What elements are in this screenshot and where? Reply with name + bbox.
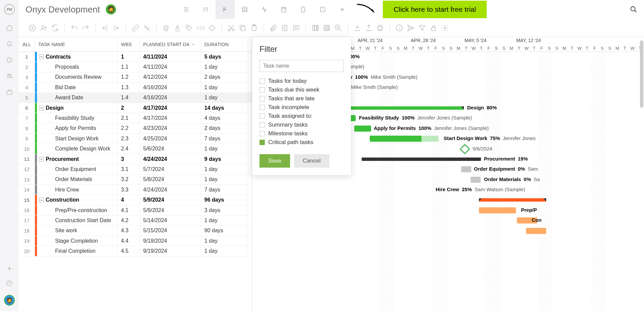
checkbox-icon[interactable]: [259, 87, 265, 93]
import-icon[interactable]: [353, 24, 361, 32]
zoom-icon[interactable]: [334, 24, 342, 32]
comment-icon[interactable]: [292, 24, 300, 32]
checkbox-icon[interactable]: [259, 131, 265, 136]
numbering-icon[interactable]: 123: [196, 25, 205, 31]
task-row[interactable]: 17 Construction Start Date 4.2 5/14/2024…: [19, 215, 252, 226]
gantt-task-bar[interactable]: [370, 136, 439, 142]
gantt-summary-bar[interactable]: [479, 198, 546, 202]
gantt-task-bar[interactable]: [471, 177, 481, 183]
view-list-icon[interactable]: [176, 0, 196, 19]
send-icon[interactable]: [407, 24, 415, 32]
view-add-icon[interactable]: [332, 0, 352, 19]
task-row[interactable]: 4 Bid Date 1.3 4/16/2024 1 day: [19, 82, 252, 93]
add-task-icon[interactable]: [28, 24, 36, 32]
cut-icon[interactable]: [227, 24, 235, 32]
gantt-task-bar[interactable]: [362, 187, 432, 193]
project-avatar[interactable]: 🧔: [106, 4, 116, 14]
checkbox-icon[interactable]: [259, 113, 265, 119]
text-color-icon[interactable]: [173, 24, 182, 32]
attachment-icon[interactable]: [269, 24, 277, 32]
note-icon[interactable]: [281, 24, 289, 32]
assign-icon[interactable]: [40, 24, 48, 32]
print-icon[interactable]: [376, 24, 384, 32]
start-trial-button[interactable]: Click here to start free trial: [383, 1, 487, 18]
app-logo[interactable]: PM: [4, 4, 15, 15]
view-risk-icon[interactable]: [313, 0, 332, 19]
task-row[interactable]: 20 Final Completion 4.5 9/19/2024 1 day: [19, 246, 252, 256]
view-activity-icon[interactable]: [254, 0, 274, 19]
checkbox-icon[interactable]: [259, 78, 265, 84]
columns-icon[interactable]: [311, 24, 319, 32]
delete-icon[interactable]: [162, 24, 170, 32]
filter-option[interactable]: Critical path tasks: [259, 138, 344, 147]
checkbox-icon[interactable]: [259, 105, 265, 110]
task-row[interactable]: 10 Complete Design Work 2.4 5/6/2024 1 d…: [19, 144, 252, 154]
task-row[interactable]: 6 −Design 2 4/17/2024 14 days: [19, 103, 252, 113]
task-row[interactable]: 14 Hire Crew 3.3 4/24/2024 7 days: [19, 185, 252, 195]
task-row[interactable]: 15 −Construction 4 5/9/2024 96 days: [19, 195, 252, 205]
col-wbs[interactable]: WBS: [118, 37, 140, 51]
gantt-task-bar[interactable]: [461, 166, 471, 172]
collapse-toggle-icon[interactable]: −: [39, 55, 44, 59]
view-sheet-icon[interactable]: [235, 0, 254, 19]
view-calendar-icon[interactable]: [274, 0, 293, 19]
indent-icon[interactable]: [112, 24, 120, 32]
filter-option[interactable]: Tasks that are late: [259, 94, 344, 103]
export-icon[interactable]: [365, 24, 373, 32]
view-board-icon[interactable]: [196, 0, 215, 19]
task-row[interactable]: 5 Award Date 1.4 4/16/2024 1 day: [19, 93, 252, 103]
lock-icon[interactable]: [430, 24, 438, 32]
people-icon[interactable]: [6, 73, 13, 79]
task-row[interactable]: 1 −Contracts 1 4/11/2024 5 days: [19, 52, 252, 62]
task-row[interactable]: 19 Stage Completion 4.4 9/18/2024 1 day: [19, 236, 252, 246]
view-file-icon[interactable]: [293, 0, 313, 19]
refresh-icon[interactable]: [51, 24, 59, 32]
gantt-task-bar[interactable]: [479, 207, 516, 213]
col-duration[interactable]: DURATION: [201, 37, 248, 51]
task-row[interactable]: 8 Apply for Permits 2.2 4/23/2024 2 days: [19, 124, 252, 134]
filter-icon[interactable]: [418, 24, 426, 32]
task-row[interactable]: 9 Start Design Work 2.3 4/25/2024 7 days: [19, 134, 252, 144]
task-row[interactable]: 3 Documents Review 1.2 4/12/2024 2 days: [19, 72, 252, 82]
task-row[interactable]: 16 Prep/Pre-construction 4.1 5/9/2024 3 …: [19, 205, 252, 215]
col-all[interactable]: ALL: [19, 37, 35, 51]
task-row[interactable]: 18 Site work 4.3 5/15/2024 90 days: [19, 226, 252, 236]
paste-icon[interactable]: [250, 24, 258, 32]
plus-icon[interactable]: [6, 265, 13, 272]
settings-icon[interactable]: [441, 24, 449, 32]
outdent-icon[interactable]: [101, 24, 109, 32]
home-icon[interactable]: [6, 24, 13, 31]
filter-option[interactable]: Tasks due this week: [259, 85, 344, 94]
gantt-summary-bar[interactable]: [362, 158, 481, 161]
collapse-toggle-icon[interactable]: −: [39, 198, 44, 202]
search-icon[interactable]: [630, 6, 637, 13]
briefcase-icon[interactable]: [6, 89, 13, 96]
gantt-task-bar[interactable]: [526, 228, 546, 234]
checkbox-icon[interactable]: [259, 122, 265, 128]
grid-icon[interactable]: [323, 24, 331, 32]
filter-option[interactable]: Milestone tasks: [259, 129, 344, 138]
task-row[interactable]: 11 −Procurement 3 4/24/2024 9 days: [19, 154, 252, 164]
col-planned-start[interactable]: PLANNED START DA: [140, 37, 201, 51]
filter-option[interactable]: Task incomplete: [259, 103, 344, 112]
col-task-name[interactable]: TASK NAME: [35, 37, 118, 51]
filter-save-button[interactable]: Save: [259, 154, 290, 168]
gantt-milestone[interactable]: [459, 144, 470, 154]
clock-icon[interactable]: [6, 57, 13, 63]
milestone-icon[interactable]: [208, 24, 216, 32]
info-icon[interactable]: [395, 24, 403, 32]
task-row[interactable]: 2 Proposals 1.1 4/11/2024 1 day: [19, 62, 252, 72]
copy-icon[interactable]: [239, 24, 247, 32]
filter-task-name-input[interactable]: [259, 60, 344, 72]
task-row[interactable]: 13 Order Materials 3.2 5/8/2024 1 day: [19, 175, 252, 185]
checkbox-icon[interactable]: [259, 96, 265, 101]
bell-icon[interactable]: [6, 40, 13, 47]
filter-option[interactable]: Tasks for today: [259, 77, 344, 85]
task-row[interactable]: 7 Feasibility Study 2.1 4/17/2024 4 days: [19, 113, 252, 123]
view-gantt-icon[interactable]: [215, 0, 235, 19]
task-row[interactable]: 12 Order Equipment 3.1 5/7/2024 1 day: [19, 164, 252, 174]
help-icon[interactable]: [6, 280, 13, 287]
collapse-toggle-icon[interactable]: −: [39, 106, 44, 110]
unlink-icon[interactable]: [143, 24, 151, 32]
link-icon[interactable]: [131, 24, 139, 32]
